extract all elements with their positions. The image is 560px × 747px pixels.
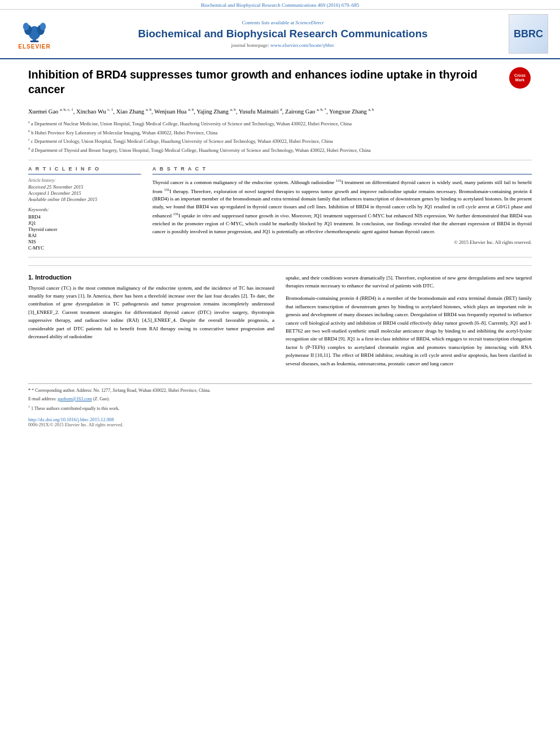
divider-after-affiliations (28, 160, 532, 160)
journal-homepage: journal homepage: www.elsevier.com/locat… (65, 42, 500, 48)
abstract-text: Thyroid cancer is a common malignancy of… (152, 178, 532, 237)
authors-line: Xuemei Gao a, b, c, 1, Xinchao Wu c, 1, … (28, 107, 532, 116)
bbrc-logo-container: BBRC (506, 14, 551, 54)
article-info-label: A R T I C L E I N F O (28, 166, 141, 172)
kw-cmyc: C-MYC (28, 245, 141, 251)
email-label: E-mail address: (28, 396, 58, 401)
footnote-star: * * Corresponding author. Address: No. 1… (28, 387, 532, 394)
accepted-date: Accepted 1 December 2015 (28, 190, 141, 196)
article-history: Article history: Received 25 November 20… (28, 178, 141, 202)
body-section: 1. Introduction Thyroid cancer (TC) is t… (28, 265, 532, 427)
article-title: Inhibition of BRD4 suppresses tumor grow… (28, 67, 504, 97)
elsevier-tree-icon (18, 18, 51, 43)
abstract-divider (152, 174, 532, 174)
journal-header: ELSEVIER Contents lists available at Sci… (0, 10, 560, 59)
svg-rect-6 (30, 41, 39, 42)
intro-right-text: uptake, and their conditions worsen dram… (286, 274, 532, 290)
bbrc-logo: BBRC (509, 14, 548, 54)
email-link[interactable]: gaobom@163.com (58, 396, 92, 401)
body-right-col: uptake, and their conditions worsen dram… (286, 274, 532, 372)
keywords-section: Keywords: BRD4 JQ1 Thyroid cancer RAI NI… (28, 207, 141, 251)
affil-c: c c Department of Urology, Union Hospita… (28, 137, 532, 145)
divider-body (28, 257, 532, 257)
keywords-label: Keywords: (28, 207, 141, 212)
affil-b: b b Hubei Province Key Laboratory of Mol… (28, 129, 532, 137)
journal-top-ref: Biochemical and Biophysical Research Com… (0, 0, 560, 10)
kw-thyroid: Thyroid cancer (28, 226, 141, 232)
footnote-equal: 1 1 These authors contributed equally to… (28, 404, 532, 412)
footnote-email: E-mail address: gaobom@163.com (Z. Gao). (28, 396, 532, 403)
top-ref-text: Biochemical and Biophysical Research Com… (201, 2, 360, 8)
kw-jq1: JQ1 (28, 220, 141, 226)
elsevier-text: ELSEVIER (18, 43, 50, 50)
homepage-link[interactable]: www.elsevier.com/locate/ybbrc (270, 42, 334, 48)
intro-left-text: Thyroid cancer (TC) is the most common m… (28, 284, 274, 341)
body-left-col: 1. Introduction Thyroid cancer (TC) is t… (28, 274, 274, 372)
elsevier-logo: ELSEVIER (9, 18, 60, 50)
crossmark-icon: CrossMark (509, 67, 531, 89)
article-title-section: Inhibition of BRD4 suppresses tumor grow… (28, 67, 532, 101)
crossmark-label: CrossMark (514, 73, 526, 83)
intro-heading: 1. Introduction (28, 274, 274, 281)
abstract-label: A B S T R A C T (152, 166, 532, 172)
affil-d: d d Department of Thyroid and Breast Sur… (28, 146, 532, 154)
body-two-col: 1. Introduction Thyroid cancer (TC) is t… (28, 274, 532, 372)
received-date: Received 25 November 2015 (28, 184, 141, 190)
info-divider (28, 174, 141, 174)
abstract-col: A B S T R A C T Thyroid cancer is a comm… (152, 166, 532, 251)
available-date: Available online 18 December 2015 (28, 196, 141, 202)
crossmark-badge: CrossMark (509, 67, 532, 90)
affiliations: a a Department of Nuclear Medicine, Unio… (28, 120, 532, 154)
doi-link[interactable]: http://dx.doi.org/10.1016/j.bbrc.2015.12… (28, 417, 114, 422)
footnotes-section: * * Corresponding author. Address: No. 1… (28, 383, 532, 427)
affil-a: a a Department of Nuclear Medicine, Unio… (28, 120, 532, 128)
article-info-col: A R T I C L E I N F O Article history: R… (28, 166, 141, 251)
bottom-bar: http://dx.doi.org/10.1016/j.bbrc.2015.12… (28, 417, 532, 427)
sciencedirect-label: Contents lists available at ScienceDirec… (65, 20, 500, 25)
svg-point-4 (23, 23, 29, 30)
copyright-line: © 2015 Elsevier Inc. All rights reserved… (152, 239, 532, 245)
journal-title: Biochemical and Biophysical Research Com… (65, 28, 500, 41)
kw-nis: NIS (28, 239, 141, 244)
kw-rai: RAI (28, 233, 141, 238)
kw-brd4: BRD4 (28, 214, 141, 220)
journal-header-center: Contents lists available at ScienceDirec… (65, 20, 500, 49)
intro-right-text-2: Bromodomain-containing protein 4 (BRD4) … (286, 294, 532, 368)
article-content: Inhibition of BRD4 suppresses tumor grow… (0, 59, 560, 435)
svg-point-5 (40, 23, 46, 30)
issn-text: 0006-291X/© 2015 Elsevier Inc. All right… (28, 422, 123, 427)
article-info-abstract-section: A R T I C L E I N F O Article history: R… (28, 166, 532, 251)
